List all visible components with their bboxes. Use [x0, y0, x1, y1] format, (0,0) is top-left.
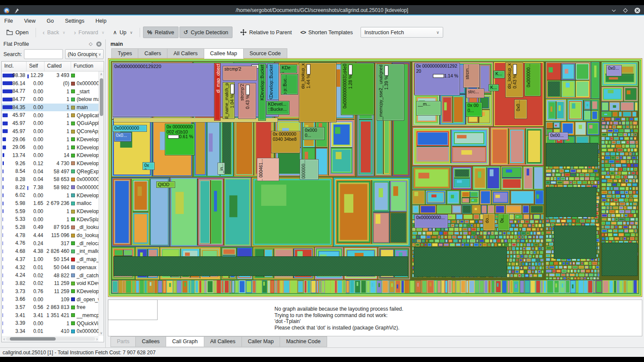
table-row[interactable]: 8.227.3858 9820x0000000	[2, 184, 98, 192]
treemap-block[interactable]: strc...	[466, 89, 484, 98]
menu-help[interactable]: Help	[95, 18, 107, 24]
open-button[interactable]: Open	[3, 27, 33, 38]
treemap-block[interactable]: 0x0...	[606, 65, 622, 76]
treemap-block[interactable]: _in...	[218, 163, 225, 175]
tab-caller-map[interactable]: Caller Map	[242, 336, 280, 347]
table-row[interactable]: 5.330.001KDevSplasl	[2, 215, 98, 223]
treemap-block[interactable]: 0x0...	[514, 99, 527, 119]
search-input[interactable]	[24, 49, 63, 59]
table-row[interactable]: 3.570.562 863 813free	[2, 303, 98, 312]
table-row[interactable]: 98.3812.293 493	[2, 71, 98, 80]
treemap-block[interactable]: 0x000000000031d4e01.28 %	[341, 63, 374, 115]
tab-machine-code[interactable]: Machine Code	[280, 336, 327, 347]
menu-view[interactable]: View	[24, 18, 36, 24]
tab-types[interactable]: Types	[111, 48, 138, 59]
back-button[interactable]: ‹Back∨	[39, 27, 69, 38]
treemap-block[interactable]: KDevelo p::Buc...	[281, 74, 298, 95]
tab-source-code[interactable]: Source Code	[244, 48, 287, 59]
table-row[interactable]: 3.390.001QQuickVie	[2, 319, 98, 327]
treemap-block[interactable]: strcmp'20.43 %	[238, 83, 256, 119]
treemap-block[interactable]: 0x0000...	[303, 127, 325, 140]
treemap-block[interactable]: _dl_name_match_p1.04 %	[223, 82, 235, 119]
table-row[interactable]: 5.590.001KDevelop::	[2, 208, 98, 216]
treemap-block[interactable]: K...	[494, 71, 505, 78]
tab-all-callers[interactable]: All Callers	[167, 48, 204, 59]
treemap-block[interactable]: do_lookup_x0.43 %	[505, 62, 523, 98]
tab-callee-map[interactable]: Callee Map	[204, 48, 244, 59]
treemap-block[interactable]: 0x0...	[143, 162, 155, 170]
treemap-block[interactable]: 0x000000000...	[113, 125, 147, 132]
table-row[interactable]: 3.730.7611 259KDevelop::	[2, 288, 98, 296]
pin-icon[interactable]	[14, 8, 20, 13]
event-type-select[interactable]: Instruction Fetch ∨	[361, 27, 443, 38]
table-row[interactable]: 3.340.014100x0000000	[2, 327, 98, 335]
scroll-down-icon[interactable]: ∨	[99, 331, 104, 335]
scroll-left-icon[interactable]: ‹	[2, 337, 5, 341]
table-row[interactable]: 4.784.44115 096do_lookup	[2, 231, 98, 240]
forward-button[interactable]: ›Forward∨	[70, 27, 108, 38]
up-button[interactable]: ∧Up∨	[109, 27, 137, 38]
close-icon[interactable]	[634, 7, 641, 14]
shorten-templates-toggle[interactable]: <> Shorten Templates	[296, 27, 357, 38]
treemap-block[interactable]: QIODe...	[156, 181, 175, 188]
treemap-block[interactable]: K...	[489, 84, 499, 91]
treemap-block[interactable]: 0x 00000000001292201.14 %	[414, 63, 460, 95]
relative-to-parent-toggle[interactable]: Relative to Parent	[236, 27, 295, 38]
treemap-block[interactable]: 0x...	[498, 214, 510, 231]
treemap-block[interactable]: 0x000000...	[525, 63, 541, 96]
tab-all-callees[interactable]: All Callees	[204, 336, 242, 347]
table-row[interactable]: 13.740.0014KDevelop::	[2, 151, 98, 160]
table-row[interactable]: 29.060.001KDevelop::	[2, 143, 98, 151]
table-row[interactable]: 4.760.24317_dl_relocat	[2, 239, 98, 247]
treemap-block[interactable]: do...	[483, 214, 495, 231]
table-row[interactable]: 29.060.001KDevelop::	[2, 136, 98, 144]
table-row[interactable]: 86.140.00(0)0x0000000	[2, 80, 98, 88]
tab-callers[interactable]: Callers	[138, 48, 167, 59]
menu-file[interactable]: File	[4, 18, 13, 24]
tab-callees[interactable]: Callees	[136, 336, 166, 347]
horizontal-scrollbar[interactable]: ‹ ›	[2, 336, 98, 342]
table-row[interactable]: 6.020.001KDevelop::	[2, 191, 98, 199]
hscroll-thumb[interactable]	[10, 337, 56, 341]
treemap-block[interactable]: 0x00000000...	[414, 214, 448, 228]
cycle-detection-toggle[interactable]: ↺ Cycle Detection	[179, 27, 233, 38]
menu-settings[interactable]: Settings	[65, 18, 84, 24]
table-row[interactable]: 4.320.0150 044openaux	[2, 264, 98, 272]
treemap-block[interactable]: KDevel... ::Bucke...	[266, 101, 289, 115]
table-row[interactable]: 3.820.0211 259void KDeve	[2, 279, 98, 288]
table-row[interactable]: 4.371.0050 154_dl_map_o	[2, 255, 98, 264]
treemap-block[interactable]: __memcpy_sse2_ unaligned1.39 %	[377, 64, 404, 121]
table-header[interactable]: Incl. Self Called Function	[2, 62, 104, 71]
relative-toggle[interactable]: % Relative	[143, 27, 179, 38]
treemap-block[interactable]: __m...	[416, 101, 441, 116]
treemap-block[interactable]: 0x 000000...	[300, 159, 319, 180]
table-row[interactable]: 84.770.001(below mai	[2, 95, 98, 104]
table-row[interactable]: 4.240.0248 822_dl_catch_	[2, 271, 98, 279]
table-row[interactable]: 84.770.001_start	[2, 87, 98, 95]
treemap-block[interactable]: KDev...	[280, 65, 297, 73]
table-row[interactable]: 84.350.001main	[2, 104, 98, 112]
scroll-right-icon[interactable]: ›	[96, 337, 98, 341]
treemap-block[interactable]: _dl_map_object1.96 %	[214, 63, 221, 121]
grouping-select[interactable]: (No Grouping) ∨	[65, 49, 104, 59]
treemap-block[interactable]: 0x 00000000002 d1b100.61 %	[165, 124, 195, 155]
treemap-block[interactable]: do_lookup_x1.44 %	[299, 62, 337, 122]
treemap-block[interactable]: KDevelop::Bucket	[267, 64, 279, 100]
maximize-icon[interactable]	[623, 8, 628, 13]
treemap-block[interactable]: KDevelop::Bucket	[258, 64, 266, 121]
treemap-block[interactable]: strcm...	[463, 64, 480, 88]
dock-splitter[interactable]	[105, 39, 106, 347]
scroll-up-icon[interactable]: ∧	[99, 71, 104, 76]
float-dock-icon[interactable]: ◇	[89, 41, 92, 47]
table-row[interactable]: 4.684.382 826 460_int_malloc	[2, 247, 98, 255]
treemap-block[interactable]: 0x 000000... 000461...	[257, 158, 279, 181]
table-row[interactable]: 45.970.001QApplicatio	[2, 111, 98, 119]
table-row[interactable]: 3.660.00109dl_open_w	[2, 295, 98, 303]
treemap-block[interactable]: strcmp'2	[223, 66, 257, 80]
tab-parts[interactable]: Parts	[110, 336, 136, 347]
treemap-block[interactable]: 0x 00000000340 34be8	[271, 131, 300, 153]
table-row[interactable]: 5.981.652 679 236malloc	[2, 199, 98, 208]
close-dock-icon[interactable]	[96, 41, 102, 47]
table-row[interactable]: 3.413.411 351 421__memcpy	[2, 312, 98, 320]
tab-call-graph[interactable]: Call Graph	[166, 336, 204, 347]
